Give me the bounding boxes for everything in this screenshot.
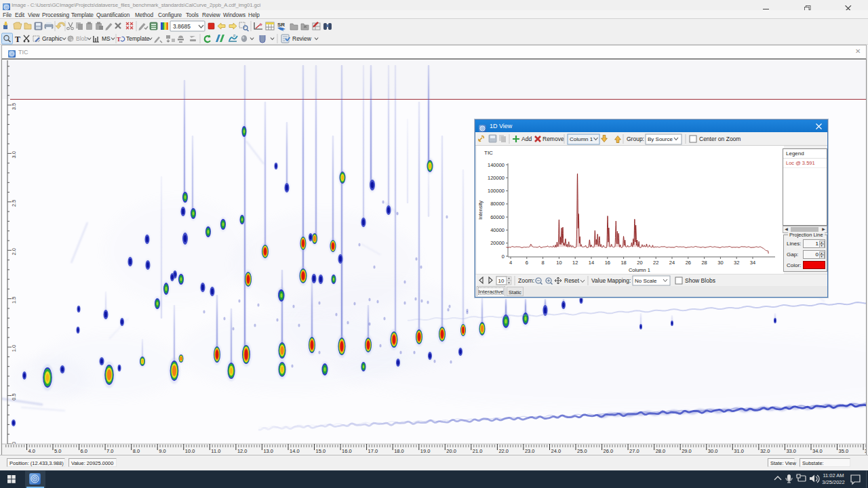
- svg-text:40000: 40000: [490, 227, 505, 233]
- svg-text:32: 32: [734, 260, 739, 266]
- svg-text:2.5: 2.5: [11, 200, 17, 207]
- svg-text:16.0: 16.0: [342, 448, 352, 454]
- svg-text:No Scale: No Scale: [635, 278, 657, 284]
- svg-text:20000: 20000: [490, 240, 505, 246]
- svg-text:Blob: Blob: [76, 35, 87, 42]
- svg-text:19.0: 19.0: [420, 448, 431, 454]
- svg-text:12: 12: [572, 260, 578, 266]
- svg-text:18.0: 18.0: [394, 448, 404, 454]
- svg-text:34: 34: [750, 260, 755, 266]
- svg-text:Review: Review: [292, 35, 312, 42]
- svg-text:0.5: 0.5: [11, 393, 17, 400]
- svg-text:3.5: 3.5: [11, 103, 17, 110]
- svg-text:28.0: 28.0: [656, 448, 666, 454]
- svg-text:8: 8: [542, 260, 545, 266]
- svg-text:10: 10: [498, 278, 505, 284]
- svg-text:30.0: 30.0: [708, 448, 718, 454]
- svg-text:14: 14: [589, 260, 594, 266]
- svg-text:Center on Zoom: Center on Zoom: [699, 136, 741, 142]
- svg-text:Column 1: Column 1: [629, 267, 650, 273]
- svg-text:SR: SR: [277, 22, 285, 28]
- svg-text:31.0: 31.0: [734, 448, 744, 454]
- svg-text:11.0: 11.0: [211, 448, 220, 454]
- svg-text:8.0: 8.0: [133, 448, 140, 454]
- svg-text:30: 30: [717, 260, 723, 266]
- svg-text:2.0: 2.0: [11, 248, 17, 255]
- svg-text:Remove: Remove: [542, 136, 564, 142]
- svg-text:60000: 60000: [490, 214, 505, 220]
- svg-text:T: T: [117, 36, 121, 43]
- svg-text:1.5: 1.5: [11, 296, 17, 303]
- svg-text:21.0: 21.0: [473, 448, 483, 454]
- svg-text:P: P: [233, 34, 236, 38]
- svg-text:0: 0: [502, 253, 505, 260]
- svg-text:140000: 140000: [488, 162, 505, 168]
- svg-text:4.0: 4.0: [28, 448, 35, 454]
- svg-text:3.8685: 3.8685: [173, 23, 191, 30]
- svg-text:Group:: Group:: [627, 136, 644, 142]
- svg-text:20.0: 20.0: [446, 448, 456, 454]
- svg-text:Intensity: Intensity: [477, 201, 484, 220]
- svg-text:17.0: 17.0: [368, 448, 378, 454]
- svg-text:34.0: 34.0: [812, 448, 823, 454]
- svg-text:*: *: [796, 474, 797, 479]
- svg-text:Add: Add: [521, 136, 532, 142]
- svg-text:5.0: 5.0: [54, 448, 61, 454]
- svg-text:24.0: 24.0: [551, 448, 561, 454]
- svg-text:10.0: 10.0: [185, 448, 195, 454]
- svg-text:T: T: [15, 35, 20, 44]
- svg-text:13.0: 13.0: [263, 448, 273, 454]
- svg-text:9.0: 9.0: [159, 448, 165, 454]
- svg-text:27.0: 27.0: [629, 448, 639, 454]
- svg-text:Template: Template: [126, 35, 150, 42]
- svg-text:20: 20: [637, 260, 642, 266]
- svg-text:36.0: 36.0: [865, 448, 867, 454]
- svg-text:26: 26: [686, 260, 691, 266]
- svg-text:35.0: 35.0: [839, 448, 849, 454]
- svg-text:Value Mapping:: Value Mapping:: [591, 277, 631, 284]
- svg-text:120000: 120000: [488, 175, 505, 181]
- svg-text:22.0: 22.0: [498, 448, 509, 454]
- svg-text:100000: 100000: [488, 188, 505, 194]
- svg-text:6.0: 6.0: [81, 448, 87, 454]
- svg-text:16: 16: [605, 260, 610, 266]
- svg-text:TIC: TIC: [484, 150, 493, 156]
- svg-text:25.0: 25.0: [577, 448, 587, 454]
- svg-text:29.0: 29.0: [682, 448, 692, 454]
- svg-text:18: 18: [620, 260, 626, 266]
- svg-text:Graphic: Graphic: [42, 35, 63, 42]
- svg-text:By Source: By Source: [648, 136, 673, 142]
- svg-text:15.0: 15.0: [316, 448, 326, 454]
- svg-text:Column 1: Column 1: [570, 136, 593, 142]
- svg-text:10: 10: [556, 260, 561, 266]
- svg-text:MS: MS: [102, 35, 111, 42]
- svg-text:26.0: 26.0: [604, 448, 614, 454]
- svg-text:33.0: 33.0: [786, 448, 796, 454]
- svg-text:Reset: Reset: [564, 277, 580, 284]
- svg-text:1.0: 1.0: [11, 345, 17, 352]
- svg-text:22: 22: [653, 260, 658, 266]
- svg-text:4: 4: [509, 260, 512, 266]
- svg-text:14.0: 14.0: [290, 448, 300, 454]
- svg-text:Zoom:: Zoom:: [518, 277, 534, 284]
- svg-text:32.0: 32.0: [760, 448, 770, 454]
- svg-text:28: 28: [701, 260, 707, 266]
- svg-text:6: 6: [526, 260, 528, 266]
- svg-text:80000: 80000: [490, 201, 505, 207]
- svg-text:3.0: 3.0: [11, 151, 17, 158]
- svg-text:23.0: 23.0: [525, 448, 535, 454]
- svg-text:7.0: 7.0: [106, 448, 113, 454]
- svg-text:24: 24: [669, 260, 675, 266]
- svg-text:Show Blobs: Show Blobs: [685, 277, 715, 284]
- svg-text:12.0: 12.0: [237, 448, 248, 454]
